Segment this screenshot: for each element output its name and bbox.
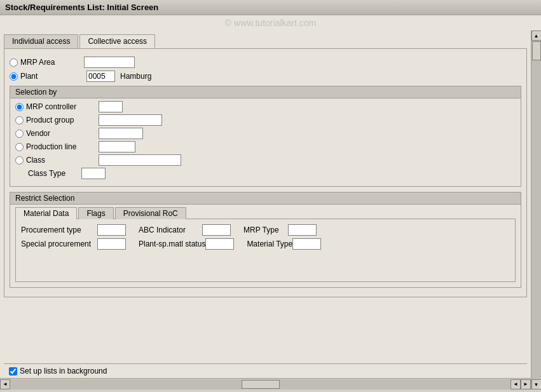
plant-sp-matl-status-label: Plant-sp.matl status: [139, 240, 205, 248]
h-scroll-track[interactable]: [10, 379, 510, 389]
restrict-selection-group: Restrict Selection Material Data Flags P…: [10, 192, 521, 288]
abc-indicator-input[interactable]: [202, 224, 231, 236]
scroll-track[interactable]: [531, 41, 542, 379]
title-bar: Stock/Requirements List: Initial Screen: [0, 0, 541, 15]
main-panel: MRP Area Plant Hamburg Selection by MRP …: [4, 48, 527, 297]
watermark: © www.tutorialkart.com: [0, 15, 541, 30]
product-group-row: Product group: [15, 114, 516, 126]
selection-by-group: Selection by MRP controller Product grou…: [10, 86, 521, 187]
procurement-type-input[interactable]: [97, 224, 126, 236]
selection-by-title: Selection by: [10, 86, 521, 98]
product-group-radio[interactable]: [15, 116, 24, 125]
mrp-type-input[interactable]: [288, 224, 317, 236]
class-label: Class: [26, 156, 96, 165]
horizontal-scrollbar: ◄ ◄ ►: [0, 378, 531, 389]
plant-row: Plant Hamburg: [10, 71, 521, 82]
production-line-label: Production line: [26, 142, 96, 151]
class-type-row: Class Type: [28, 168, 516, 179]
setup-lists-label: Set up lists in background: [20, 367, 107, 375]
vendor-radio[interactable]: [15, 130, 24, 138]
mrp-controller-label: MRP controller: [26, 102, 96, 111]
mrp-controller-input[interactable]: [99, 101, 123, 112]
h-scroll-left-btn[interactable]: ◄: [0, 379, 10, 389]
plant-sp-matl-status-input[interactable]: [205, 238, 234, 250]
tab-collective[interactable]: Collective access: [79, 34, 155, 48]
mrp-controller-row: MRP controller: [15, 101, 516, 112]
scroll-thumb[interactable]: [532, 41, 541, 60]
inner-panel: Procurement type ABC Indicator MRP Type …: [15, 219, 516, 282]
production-line-row: Production line: [15, 141, 516, 152]
production-line-input[interactable]: [99, 141, 135, 152]
class-radio[interactable]: [15, 156, 24, 165]
vendor-input[interactable]: [99, 128, 143, 139]
product-group-input[interactable]: [99, 114, 162, 126]
top-tabs: Individual access Collective access: [4, 34, 527, 48]
tab-individual[interactable]: Individual access: [4, 34, 78, 48]
class-input[interactable]: [99, 154, 181, 166]
material-type-input[interactable]: [292, 238, 321, 250]
class-row: Class: [15, 154, 516, 166]
vertical-scrollbar: ▲ ▼: [531, 30, 541, 389]
plant-radio[interactable]: [10, 72, 18, 81]
window-title: Stock/Requirements List: Initial Screen: [5, 3, 158, 12]
special-procurement-input[interactable]: [97, 238, 126, 250]
material-type-label: Material Type: [247, 240, 292, 248]
mrp-controller-radio[interactable]: [15, 103, 24, 111]
vendor-row: Vendor: [15, 128, 516, 139]
mrp-area-radio[interactable]: [10, 58, 18, 67]
h-scroll-thumb[interactable]: [242, 380, 280, 389]
tab-flags[interactable]: Flags: [78, 207, 113, 219]
mrp-type-label: MRP Type: [243, 226, 288, 234]
vendor-label: Vendor: [26, 129, 96, 138]
plant-label: Plant: [20, 72, 84, 81]
procurement-type-label: Procurement type: [21, 226, 97, 234]
h-scroll-right-left-btn[interactable]: ◄: [510, 379, 521, 389]
h-scroll-right-right-btn[interactable]: ►: [521, 379, 531, 389]
abc-indicator-label: ABC Indicator: [139, 226, 202, 234]
production-line-radio[interactable]: [15, 143, 24, 151]
fields-row-2: Special procurement Plant-sp.matl status…: [21, 238, 510, 250]
class-type-input[interactable]: [81, 168, 106, 179]
special-procurement-label: Special procurement: [21, 240, 97, 248]
mrp-area-row: MRP Area: [10, 57, 521, 68]
bottom-checkbox-row: Set up lists in background: [4, 363, 527, 378]
mrp-area-input[interactable]: [84, 57, 135, 68]
restrict-selection-title: Restrict Selection: [10, 193, 521, 205]
inner-tabs: Material Data Flags Provisional RoC: [15, 207, 516, 219]
mrp-area-label: MRP Area: [20, 58, 84, 67]
scroll-up-btn[interactable]: ▲: [531, 30, 542, 41]
plant-name: Hamburg: [120, 72, 151, 81]
tab-material-data[interactable]: Material Data: [15, 207, 77, 219]
plant-input[interactable]: [86, 71, 115, 82]
class-type-label: Class Type: [28, 169, 79, 178]
scroll-down-btn[interactable]: ▼: [531, 379, 542, 389]
setup-lists-checkbox[interactable]: [9, 367, 17, 375]
product-group-label: Product group: [26, 116, 96, 125]
fields-row-1: Procurement type ABC Indicator MRP Type: [21, 224, 510, 236]
tab-provisional-roc[interactable]: Provisional RoC: [115, 207, 186, 219]
